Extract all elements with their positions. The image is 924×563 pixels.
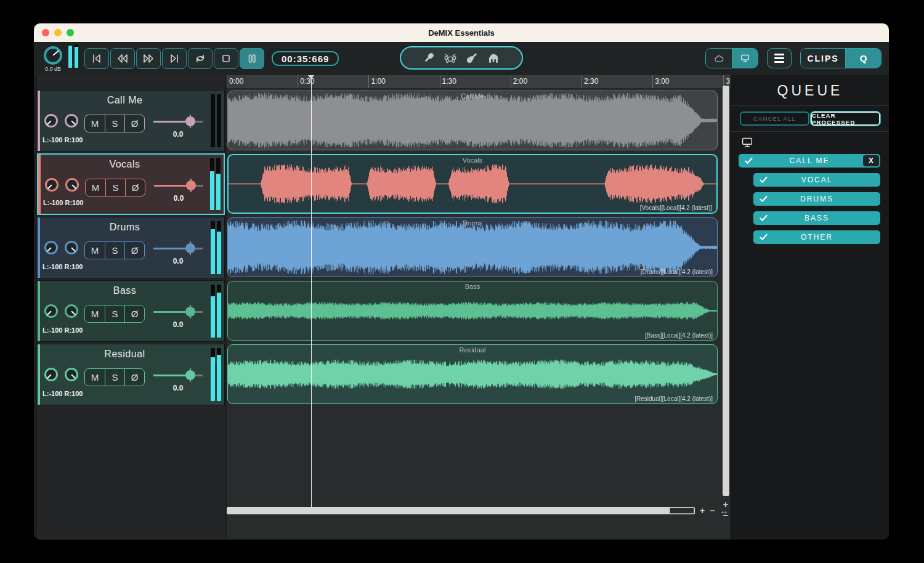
skip-start-button[interactable] [84, 48, 109, 69]
pan-left-knob[interactable] [44, 241, 58, 254]
volume-slider[interactable] [154, 180, 203, 190]
cancel-all-button[interactable]: CANCEL ALL [740, 111, 809, 126]
track-level-meter [210, 158, 221, 210]
local-mode-button[interactable] [732, 49, 758, 68]
solo-button[interactable]: S [105, 369, 124, 386]
mute-button[interactable]: M [85, 369, 105, 386]
audio-clip[interactable]: Bass [Bass][Local][4.2 (latest)] [227, 281, 718, 341]
clips-tab[interactable]: CLIPS [801, 49, 845, 68]
audio-clip[interactable]: Residual [Residual][Local][4.2 (latest)] [227, 344, 718, 404]
volume-slider[interactable] [153, 116, 203, 126]
phase-button[interactable]: Ø [124, 242, 144, 259]
mute-button[interactable]: M [85, 242, 105, 259]
queue-job-name: CALL ME [790, 156, 830, 165]
rewind-icon [115, 51, 130, 66]
close-window-button[interactable] [42, 29, 49, 36]
track-header[interactable]: Drums L:-100 R:100 M S Ø 0 [37, 217, 225, 278]
transport-controls [84, 48, 264, 69]
stem-instruments-button[interactable] [400, 46, 523, 70]
pan-value-label: L:-100 R:100 [43, 326, 83, 334]
queue-job-row[interactable]: CALL ME X [739, 154, 880, 168]
pan-value-label: L:-100 R:100 [43, 136, 83, 144]
queue-stem-row[interactable]: VOCAL [753, 173, 880, 187]
volume-slider-handle[interactable] [185, 370, 195, 380]
volume-slider-handle[interactable] [185, 116, 195, 126]
solo-button[interactable]: S [105, 242, 124, 259]
skip-end-button[interactable] [162, 48, 187, 69]
pan-left-knob[interactable] [44, 304, 58, 318]
ruler-tick-label: 2:30 [584, 77, 598, 86]
track-header[interactable]: Vocals L:-100 R:100 M S Ø [37, 153, 225, 215]
vertical-scrollbar-thumb[interactable] [723, 86, 729, 496]
solo-button[interactable]: S [105, 306, 124, 322]
cloud-mode-button[interactable] [706, 49, 732, 68]
track-header[interactable]: Residual L:-100 R:100 M S Ø [37, 344, 225, 405]
pan-left-knob[interactable] [44, 368, 58, 381]
pan-value-label: L:-100 R:100 [43, 263, 83, 270]
track-header[interactable]: Call Me L:-100 R:100 M S Ø [37, 90, 225, 152]
minimize-window-button[interactable] [54, 29, 62, 36]
menu-button[interactable] [767, 48, 792, 68]
vertical-scrollbar[interactable] [722, 86, 730, 496]
volume-slider-handle[interactable] [185, 307, 195, 317]
waveform-canvas[interactable] [228, 91, 717, 150]
pan-right-knob[interactable] [65, 178, 79, 192]
mute-button[interactable]: M [85, 115, 105, 132]
mute-button[interactable]: M [85, 306, 105, 322]
loop-button[interactable] [188, 48, 213, 69]
phase-button[interactable]: Ø [124, 369, 144, 386]
horizontal-scrollbar[interactable] [227, 507, 695, 514]
phase-button[interactable]: Ø [125, 179, 145, 196]
horizontal-zoom-out-button[interactable]: − [710, 506, 715, 516]
phase-button[interactable]: Ø [124, 115, 144, 132]
pan-right-knob[interactable] [65, 304, 78, 318]
skip-start-icon [89, 51, 104, 66]
queue-stem-label: DRUMS [800, 195, 833, 203]
pan-right-knob[interactable] [65, 114, 78, 128]
waveform-canvas[interactable] [228, 345, 717, 403]
phase-button[interactable]: Ø [124, 306, 144, 322]
volume-slider[interactable] [153, 370, 203, 380]
master-gain-knob[interactable] [44, 46, 62, 65]
volume-slider-handle[interactable] [185, 243, 195, 253]
pan-right-knob[interactable] [65, 241, 78, 254]
pan-value-label: L:-100 R:100 [43, 199, 83, 206]
horizontal-zoom-in-button[interactable]: + [700, 506, 705, 516]
rewind-button[interactable] [110, 48, 135, 69]
mute-button[interactable]: M [86, 179, 105, 196]
audio-clip[interactable]: Call Me [227, 91, 718, 150]
divider [731, 131, 889, 132]
queue-stem-row[interactable]: DRUMS [753, 192, 880, 206]
waveform-canvas[interactable] [228, 218, 717, 277]
playhead[interactable] [311, 75, 312, 508]
solo-button[interactable]: S [105, 179, 125, 196]
volume-slider[interactable] [153, 307, 203, 317]
queue-tab[interactable]: Q [845, 49, 881, 68]
volume-slider-handle[interactable] [186, 180, 196, 190]
clip-lane: Residual [Residual][Local][4.2 (latest)] [227, 344, 731, 405]
pan-left-knob[interactable] [44, 114, 58, 128]
remove-job-button[interactable]: X [863, 155, 879, 166]
horizontal-scrollbar-remainder [670, 508, 694, 514]
queue-stem-row[interactable]: BASS [753, 211, 880, 225]
track-header[interactable]: Bass L:-100 R:100 M S Ø 0. [37, 280, 225, 342]
fullscreen-window-button[interactable] [67, 29, 74, 36]
audio-clip[interactable]: Drums [Drums][Local][4.2 (latest)] [227, 217, 718, 277]
ruler-tick-label: 3 [726, 77, 730, 86]
audio-clip[interactable]: Vocals [Vocals][Local][4.2 (latest)] [227, 154, 718, 214]
queue-stem-row[interactable]: OTHER [753, 230, 880, 244]
ruler-tick-label: 1:00 [371, 77, 385, 86]
fast-forward-button[interactable] [136, 48, 161, 69]
stop-button[interactable] [214, 48, 238, 69]
horizontal-fit-button[interactable]: ↔ [719, 506, 728, 516]
timeline-ruler[interactable]: 0:00 0:30 1:00 1:30 [227, 75, 731, 89]
clear-processed-button[interactable]: CLEAR PROCESSED [811, 111, 880, 126]
volume-slider[interactable] [153, 243, 203, 253]
waveform-canvas[interactable] [228, 282, 717, 340]
pan-right-knob[interactable] [65, 368, 78, 381]
pan-left-knob[interactable] [45, 178, 59, 192]
time-display[interactable]: 00:35:669 [272, 51, 339, 66]
solo-button[interactable]: S [105, 115, 124, 132]
ruler-tick-label: 2:00 [513, 77, 527, 86]
pause-button[interactable] [240, 48, 264, 69]
